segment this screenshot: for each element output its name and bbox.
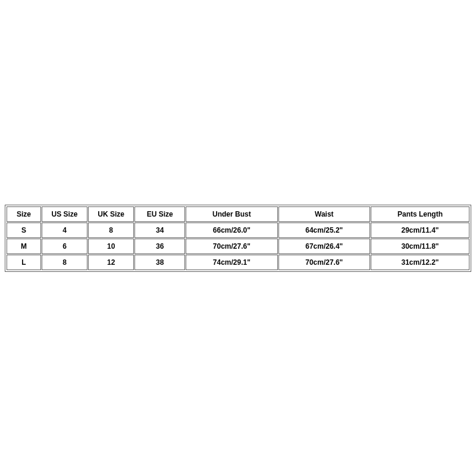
table-row: M 6 10 36 70cm/27.6" 67cm/26.4" 30cm/11.… [7, 239, 469, 254]
cell-uk-size: 8 [88, 223, 134, 238]
cell-under-bust: 66cm/26.0" [186, 223, 277, 238]
cell-under-bust: 70cm/27.6" [186, 239, 277, 254]
header-size: Size [7, 206, 41, 222]
header-pants-length: Pants Length [371, 206, 469, 222]
cell-size: M [7, 239, 41, 254]
header-waist: Waist [278, 206, 370, 222]
cell-size: L [7, 255, 41, 270]
cell-pants-length: 30cm/11.8" [371, 239, 469, 254]
cell-us-size: 4 [42, 223, 87, 238]
size-chart-table: Size US Size UK Size EU Size Under Bust … [6, 206, 470, 271]
cell-pants-length: 31cm/12.2" [371, 255, 469, 270]
cell-under-bust: 74cm/29.1" [186, 255, 277, 270]
header-us-size: US Size [42, 206, 87, 222]
cell-size: S [7, 223, 41, 238]
cell-eu-size: 34 [134, 223, 185, 238]
table-row: L 8 12 38 74cm/29.1" 70cm/27.6" 31cm/12.… [7, 255, 469, 270]
cell-uk-size: 12 [88, 255, 134, 270]
cell-uk-size: 10 [88, 239, 134, 254]
header-uk-size: UK Size [88, 206, 134, 222]
cell-pants-length: 29cm/11.4" [371, 223, 469, 238]
cell-us-size: 6 [42, 239, 87, 254]
cell-waist: 64cm/25.2" [278, 223, 370, 238]
header-under-bust: Under Bust [186, 206, 277, 222]
cell-eu-size: 38 [134, 255, 185, 270]
size-chart-container: Size US Size UK Size EU Size Under Bust … [5, 205, 471, 272]
cell-waist: 67cm/26.4" [278, 239, 370, 254]
header-eu-size: EU Size [134, 206, 185, 222]
cell-waist: 70cm/27.6" [278, 255, 370, 270]
table-row: S 4 8 34 66cm/26.0" 64cm/25.2" 29cm/11.4… [7, 223, 469, 238]
cell-us-size: 8 [42, 255, 87, 270]
table-header-row: Size US Size UK Size EU Size Under Bust … [7, 206, 469, 222]
cell-eu-size: 36 [134, 239, 185, 254]
